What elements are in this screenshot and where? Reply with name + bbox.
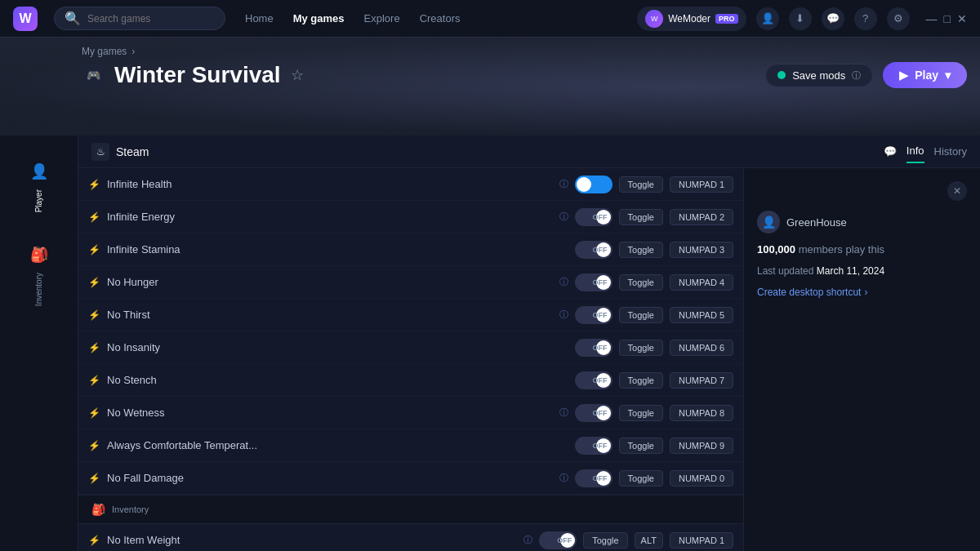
mod-info-icon[interactable]: ⓘ [559, 276, 568, 288]
maximize-button[interactable]: □ [944, 12, 951, 25]
game-header: My games › 🎮 Winter Survival ☆ Save mods… [0, 38, 980, 136]
mod-name-label: No Stench [107, 374, 568, 386]
toggle-off-label: OFF [557, 536, 572, 544]
help-icon[interactable]: ? [854, 7, 877, 30]
toggle-off-label: OFF [593, 246, 608, 254]
window-controls: — □ ✕ [926, 12, 967, 25]
toggle-button[interactable]: Toggle [619, 242, 663, 258]
download-icon[interactable]: ⬇ [789, 7, 812, 30]
mods-panel: ⚡ Infinite Health ⓘ ON Toggle NUMPAD 1 ⚡… [78, 168, 743, 551]
toggle-button[interactable]: Toggle [619, 274, 663, 291]
toggle-button[interactable]: Toggle [619, 405, 663, 421]
profile-icon[interactable]: 👤 [756, 7, 779, 30]
play-button[interactable]: ▶ Play ▾ [883, 62, 967, 88]
toggle-button[interactable]: Toggle [619, 340, 663, 356]
sidebar-tabs: 👤 Player 🎒 Inventory [0, 136, 78, 551]
lightning-icon: ⚡ [88, 440, 100, 451]
toggle-infinite-stamina[interactable]: OFF [575, 241, 612, 259]
close-info-button[interactable]: ✕ [947, 181, 967, 201]
username-label: WeModer [668, 13, 710, 24]
table-row: ⚡ Infinite Stamina OFF Toggle NUMPAD 3 [78, 233, 743, 266]
table-row: ⚡ Infinite Energy ⓘ OFF Toggle NUMPAD 2 [78, 201, 743, 233]
key-numpad0[interactable]: NUMPAD 0 [670, 470, 733, 487]
player-icon: 👤 [26, 158, 52, 184]
search-input[interactable] [87, 13, 215, 24]
key-numpad5[interactable]: NUMPAD 5 [670, 307, 733, 323]
lightning-icon: ⚡ [88, 179, 100, 190]
desktop-shortcut-link[interactable]: Create desktop shortcut › [757, 287, 967, 298]
favorite-icon[interactable]: ☆ [291, 66, 304, 84]
game-title: Winter Survival [114, 62, 281, 88]
inventory-icon: 🎒 [26, 242, 52, 268]
toggle-no-fall-damage[interactable]: OFF [575, 469, 612, 487]
members-text: 100,000 members play this [757, 243, 967, 256]
mod-info-icon[interactable]: ⓘ [559, 211, 568, 223]
toggle-infinite-health[interactable]: ON [575, 176, 612, 193]
mod-name-label: Infinite Stamina [107, 243, 568, 256]
user-badge[interactable]: W WeModer PRO [637, 7, 746, 31]
breadcrumb-parent[interactable]: My games [82, 46, 127, 57]
settings-icon[interactable]: ⚙ [887, 7, 910, 30]
toggle-button[interactable]: Toggle [619, 372, 663, 389]
toggle-button[interactable]: Toggle [583, 532, 627, 549]
inventory-section-label: Inventory [112, 504, 149, 514]
toggle-off-label: OFF [593, 474, 608, 482]
key-numpad7[interactable]: NUMPAD 7 [670, 372, 733, 389]
mod-name-label: No Wetness [107, 407, 553, 419]
header-actions: Save mods ⓘ ▶ Play ▾ [765, 62, 967, 88]
chat-icon[interactable]: 💬 [884, 145, 897, 158]
key-numpad1[interactable]: NUMPAD 1 [670, 176, 733, 193]
nav-explore[interactable]: Explore [364, 12, 400, 24]
mod-name-label: No Thirst [107, 309, 553, 321]
search-icon: 🔍 [65, 11, 81, 26]
mod-info-icon[interactable]: ⓘ [559, 309, 568, 321]
key-numpad2[interactable]: NUMPAD 2 [670, 209, 733, 225]
nav-creators[interactable]: Creators [420, 12, 461, 24]
nav-my-games[interactable]: My games [293, 12, 345, 24]
lightning-icon: ⚡ [88, 473, 100, 484]
toggle-no-wetness[interactable]: OFF [575, 404, 612, 422]
mod-info-icon[interactable]: ⓘ [523, 534, 532, 546]
key-numpad8[interactable]: NUMPAD 8 [670, 405, 733, 421]
toggle-comfortable-temp[interactable]: OFF [575, 437, 612, 455]
minimize-button[interactable]: — [926, 12, 938, 25]
toggle-button[interactable]: Toggle [619, 438, 663, 454]
nav-home[interactable]: Home [245, 12, 274, 24]
key-numpad4[interactable]: NUMPAD 4 [670, 274, 733, 291]
toggle-no-thirst[interactable]: OFF [575, 306, 612, 324]
sidebar-tab-player-label: Player [34, 189, 43, 212]
mod-info-icon[interactable]: ⓘ [559, 472, 568, 484]
app-logo[interactable]: W [13, 7, 38, 31]
toggle-button[interactable]: Toggle [619, 176, 663, 193]
toggle-infinite-energy[interactable]: OFF [575, 208, 612, 226]
toggle-no-hunger[interactable]: OFF [575, 273, 612, 291]
lightning-icon: ⚡ [88, 407, 100, 419]
info-panel: ✕ 👤 GreenHouse 100,000 members play this… [743, 168, 980, 551]
info-search-icon: 👤 [757, 211, 780, 233]
toggle-button[interactable]: Toggle [619, 209, 663, 225]
toggle-no-insanity[interactable]: OFF [575, 339, 612, 357]
close-button[interactable]: ✕ [957, 12, 967, 25]
mod-info-icon[interactable]: ⓘ [559, 178, 568, 190]
toggle-off-label: OFF [593, 409, 608, 417]
toggle-button[interactable]: Toggle [619, 307, 663, 323]
mod-info-icon[interactable]: ⓘ [559, 407, 568, 419]
sidebar-tab-player[interactable]: 👤 Player [20, 152, 59, 219]
toggle-off-label: OFF [593, 344, 608, 352]
close-panel-row: ✕ [757, 181, 967, 201]
tab-info[interactable]: Info [906, 140, 924, 163]
save-mods-button[interactable]: Save mods ⓘ [765, 64, 873, 87]
key-alt[interactable]: ALT [635, 532, 663, 549]
key-numpad9[interactable]: NUMPAD 9 [670, 438, 733, 454]
toggle-button[interactable]: Toggle [619, 470, 663, 487]
discord-icon[interactable]: 💬 [822, 7, 844, 30]
key-numpad3[interactable]: NUMPAD 3 [670, 242, 733, 258]
search-bar[interactable]: 🔍 [54, 7, 225, 30]
key-numpad6[interactable]: NUMPAD 6 [670, 340, 733, 356]
table-row: ⚡ No Insanity OFF Toggle NUMPAD 6 [78, 331, 743, 364]
key-numpad[interactable]: NUMPAD 1 [670, 532, 733, 549]
toggle-no-item-weight[interactable]: OFF [539, 531, 577, 549]
sidebar-tab-inventory[interactable]: 🎒 Inventory [20, 235, 59, 313]
toggle-no-stench[interactable]: OFF [575, 371, 612, 389]
tab-history[interactable]: History [934, 140, 967, 162]
